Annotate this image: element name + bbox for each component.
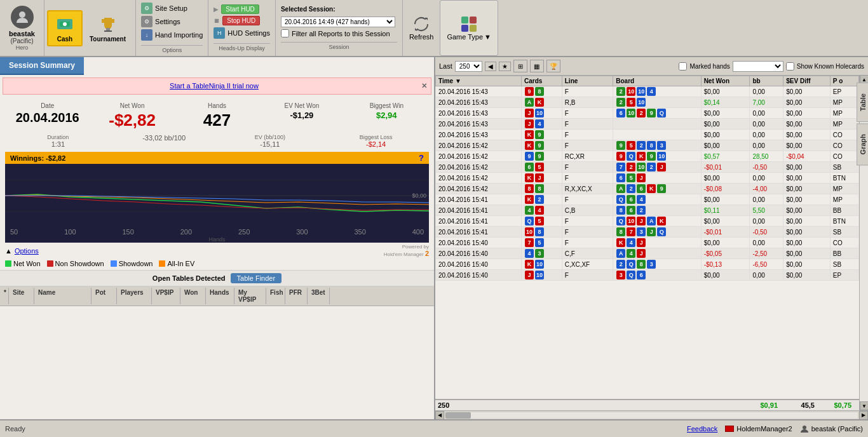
col-won: Won (180, 288, 206, 304)
view-grid-button[interactable]: ⊞ (513, 60, 527, 72)
table-row[interactable]: 20.04.2016 15:41 Q5 F Q10JAK $0,00 0,00 … (436, 216, 859, 227)
col-name: Name (34, 288, 92, 304)
cell-net: $0,00 (701, 130, 750, 140)
session-select[interactable]: 20.04.2016 14:49 (427 hands) (281, 17, 395, 27)
view-trophy-button[interactable]: 🏆 (546, 60, 560, 72)
table-tab[interactable]: Table (857, 83, 868, 122)
table-row[interactable]: 20.04.2016 15:42 65 F 72102J -$0,01 -0,5… (436, 162, 859, 173)
hand-importing-label: Hand Importing (155, 31, 203, 39)
chart-x-axis: 50100150200250300350400 (5, 227, 429, 236)
th-board[interactable]: Board (613, 76, 701, 86)
table-row[interactable]: 20.04.2016 15:41 108 F 873JQ -$0,01 -0,5… (436, 227, 859, 238)
th-line[interactable]: Line (562, 76, 613, 86)
card-chip: 3 (657, 141, 666, 150)
table-row[interactable]: 20.04.2016 15:43 K9 F $0,00 0,00 $0,00 C… (436, 130, 859, 140)
cell-board: 9QK910 (613, 151, 701, 162)
chart-help-icon[interactable]: ? (419, 153, 424, 163)
cell-bb: -2,50 (750, 248, 783, 259)
hand-importing-option[interactable]: ↓ Hand Importing (141, 29, 203, 41)
table-row[interactable]: 20.04.2016 15:43 J4 F $0,00 0,00 $0,00 M… (436, 119, 859, 130)
refresh-button[interactable]: Refresh (403, 0, 440, 56)
th-net-won[interactable]: Net Won (701, 76, 750, 86)
th-sev-diff[interactable]: $EV Diff (783, 76, 831, 86)
cell-time: 20.04.2016 15:40 (436, 248, 522, 259)
card-chip: 9 (657, 184, 666, 193)
table-row[interactable]: 20.04.2016 15:42 99 RC,XR 9QK910 $0,57 2… (436, 151, 859, 162)
last-select[interactable]: 250 (455, 61, 482, 72)
biggest-loss-value: -$2,14 (366, 140, 386, 148)
game-type-button[interactable]: Game Type▼ (440, 0, 498, 56)
site-setup-option[interactable]: ⚙ Site Setup (141, 3, 203, 14)
options-caret[interactable]: ▲ (5, 247, 12, 255)
cell-pos: MP (830, 194, 858, 205)
settings-option[interactable]: ⚙ Settings (141, 16, 203, 27)
table-row[interactable]: 20.04.2016 15:43 AK R,B 2510 $0,14 7,00 … (436, 97, 859, 108)
cash-button[interactable]: Cash (47, 10, 83, 46)
cell-cards: KJ (522, 173, 562, 184)
cell-sev: -$0,04 (783, 151, 831, 162)
table-row[interactable]: 20.04.2016 15:40 75 F K4J $0,00 0,00 $0,… (436, 238, 859, 248)
cell-net: $0,00 (701, 238, 750, 248)
th-pos[interactable]: P o (830, 76, 858, 86)
table-row[interactable]: 20.04.2016 15:40 J10 F 3Q6 $0,00 0,00 $0… (436, 270, 859, 281)
feedback-link[interactable]: Feedback (687, 425, 717, 433)
table-row[interactable]: 20.04.2016 15:41 K2 F Q64 $0,00 0,00 $0,… (436, 194, 859, 205)
cell-cards: J10 (522, 108, 562, 119)
table-row[interactable]: 20.04.2016 15:40 K10 C,XC,XF 2Q83 -$0,13… (436, 259, 859, 270)
card-chip: K (657, 217, 666, 225)
col-fish: Fish (266, 288, 285, 304)
table-row[interactable]: 20.04.2016 15:42 88 R,X,XC,X A26K9 -$0,0… (436, 184, 859, 194)
cell-bb: -0,50 (750, 162, 783, 173)
card-chip: 7 (616, 163, 625, 171)
nav-star-button[interactable]: ★ (499, 62, 511, 71)
card-chip: A (616, 249, 625, 258)
cell-pos: EP (830, 270, 858, 281)
hero-name: beastak (9, 30, 35, 37)
show-holecards-checkbox[interactable] (786, 62, 794, 71)
cell-bb: 28,50 (750, 151, 783, 162)
tournament-button[interactable]: Tournament (83, 11, 133, 46)
stop-hud-row[interactable]: ⏹ Stop HUD (214, 16, 270, 25)
start-hud-row[interactable]: ▶ Start HUD (214, 4, 270, 14)
game-type-icon (460, 15, 478, 33)
session-filter-row[interactable]: Filter all Reports to this Session (281, 29, 397, 37)
stop-hud-button[interactable]: Stop HUD (222, 16, 260, 25)
card-chip: J (525, 109, 534, 118)
filter-checkbox[interactable] (281, 29, 289, 37)
table-row[interactable]: 20.04.2016 15:40 43 C,F A4J -$0,05 -2,50… (436, 248, 859, 259)
graph-tab[interactable]: Graph (857, 123, 868, 165)
scroll-down-arrow[interactable]: ▼ (860, 401, 868, 410)
table-row[interactable]: 20.04.2016 15:41 44 C,B 862 $0,11 5,50 $… (436, 205, 859, 216)
table-row[interactable]: 20.04.2016 15:43 J10 F 61029Q $0,00 0,00… (436, 108, 859, 119)
h-scroll-left[interactable]: ◀ (435, 411, 444, 420)
trial-link[interactable]: Start a TableNinja II trial now (170, 82, 259, 90)
session-summary-tab[interactable]: Session Summary (0, 57, 434, 75)
hero-sub: (Pacific) (10, 37, 33, 44)
th-cards[interactable]: Cards (522, 76, 562, 86)
view-bar-button[interactable]: ▦ (530, 60, 544, 72)
table-row[interactable]: 20.04.2016 15:42 KJ F 65J $0,00 0,00 $0,… (436, 173, 859, 184)
hud-settings-row[interactable]: H HUD Settings (214, 27, 270, 39)
start-hud-button[interactable]: Start HUD (221, 4, 259, 14)
table-row[interactable]: 20.04.2016 15:43 98 F 210104 $0,00 0,00 … (436, 86, 859, 97)
h-scroll-thumb[interactable] (445, 412, 471, 419)
th-time[interactable]: Time ▼ (436, 76, 522, 86)
ev-bb100-block: EV (bb/100) -15,11 (220, 134, 321, 148)
table-finder-button[interactable]: Table Finder (231, 273, 282, 283)
card-chip: K (525, 195, 534, 204)
card-chip: K (647, 184, 656, 193)
th-bb[interactable]: bb (750, 76, 783, 86)
cell-pos: BTN (830, 216, 858, 227)
table-row[interactable]: 20.04.2016 15:42 K9 F 95283 $0,00 0,00 $… (436, 140, 859, 151)
marked-select[interactable] (733, 61, 783, 72)
cell-cards: 65 (522, 162, 562, 173)
nav-prev-button[interactable]: ◀ (485, 62, 496, 71)
marked-checkbox[interactable] (679, 62, 687, 71)
close-banner-button[interactable]: ✕ (421, 82, 427, 90)
cell-bb: 0,00 (750, 140, 783, 151)
h-scroll-right[interactable]: ▶ (859, 411, 868, 420)
game-type-label: Game Type▼ (447, 33, 491, 41)
options-label[interactable]: Options (15, 247, 39, 255)
cell-pos: CO (830, 140, 858, 151)
site-setup-label: Site Setup (155, 4, 187, 12)
